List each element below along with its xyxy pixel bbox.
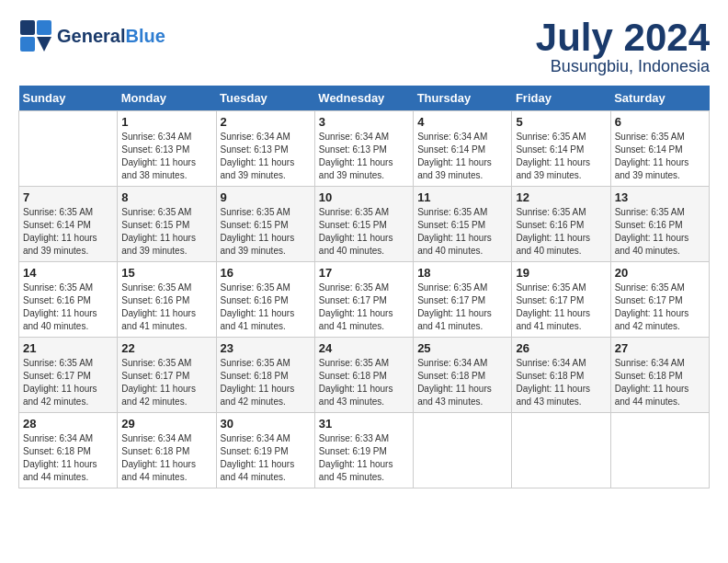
page-header: GeneralBlue July 2024 Busungbiu, Indones…: [18, 18, 710, 76]
calendar-cell: 9Sunrise: 6:35 AM Sunset: 6:15 PM Daylig…: [216, 187, 314, 262]
cell-info: Sunrise: 6:34 AM Sunset: 6:13 PM Dayligh…: [319, 131, 409, 182]
svg-marker-3: [37, 37, 51, 52]
header-cell-tuesday: Tuesday: [216, 86, 314, 111]
cell-info: Sunrise: 6:35 AM Sunset: 6:17 PM Dayligh…: [615, 282, 705, 333]
cell-info: Sunrise: 6:35 AM Sunset: 6:16 PM Dayligh…: [23, 282, 113, 333]
day-number: 25: [417, 341, 507, 355]
cell-info: Sunrise: 6:34 AM Sunset: 6:18 PM Dayligh…: [516, 357, 606, 408]
svg-rect-2: [20, 37, 35, 52]
cell-info: Sunrise: 6:33 AM Sunset: 6:19 PM Dayligh…: [319, 432, 409, 484]
day-number: 8: [121, 190, 211, 204]
day-number: 17: [319, 266, 409, 280]
calendar-cell: 21Sunrise: 6:35 AM Sunset: 6:17 PM Dayli…: [19, 338, 118, 413]
cell-info: Sunrise: 6:35 AM Sunset: 6:16 PM Dayligh…: [516, 206, 606, 258]
calendar-cell: 1Sunrise: 6:34 AM Sunset: 6:13 PM Daylig…: [118, 111, 216, 187]
cell-info: Sunrise: 6:35 AM Sunset: 6:16 PM Dayligh…: [121, 282, 211, 333]
header-cell-thursday: Thursday: [414, 86, 512, 111]
header-cell-wednesday: Wednesday: [314, 86, 413, 111]
calendar-cell: 17Sunrise: 6:35 AM Sunset: 6:17 PM Dayli…: [314, 262, 413, 338]
calendar-header: SundayMondayTuesdayWednesdayThursdayFrid…: [19, 86, 710, 111]
day-number: 27: [615, 341, 705, 355]
month-title: July 2024: [536, 18, 710, 57]
day-number: 18: [417, 266, 507, 280]
calendar-cell: 16Sunrise: 6:35 AM Sunset: 6:16 PM Dayli…: [216, 262, 314, 338]
day-number: 31: [319, 417, 409, 431]
cell-info: Sunrise: 6:34 AM Sunset: 6:18 PM Dayligh…: [23, 432, 113, 484]
day-number: 3: [319, 115, 409, 129]
week-row-1: 1Sunrise: 6:34 AM Sunset: 6:13 PM Daylig…: [19, 111, 710, 187]
calendar-cell: 3Sunrise: 6:34 AM Sunset: 6:13 PM Daylig…: [314, 111, 413, 187]
day-number: 30: [221, 417, 311, 431]
calendar-cell: 12Sunrise: 6:35 AM Sunset: 6:16 PM Dayli…: [512, 187, 610, 262]
logo-icon: [18, 18, 53, 53]
cell-info: Sunrise: 6:35 AM Sunset: 6:14 PM Dayligh…: [615, 131, 705, 182]
calendar-cell: 4Sunrise: 6:34 AM Sunset: 6:14 PM Daylig…: [414, 111, 512, 187]
cell-info: Sunrise: 6:34 AM Sunset: 6:19 PM Dayligh…: [221, 432, 311, 484]
calendar-cell: 31Sunrise: 6:33 AM Sunset: 6:19 PM Dayli…: [314, 413, 413, 488]
day-number: 4: [417, 115, 507, 129]
header-cell-sunday: Sunday: [19, 86, 118, 111]
calendar-cell: 11Sunrise: 6:35 AM Sunset: 6:15 PM Dayli…: [414, 187, 512, 262]
week-row-4: 21Sunrise: 6:35 AM Sunset: 6:17 PM Dayli…: [19, 338, 710, 413]
calendar-cell: 5Sunrise: 6:35 AM Sunset: 6:14 PM Daylig…: [512, 111, 610, 187]
cell-info: Sunrise: 6:35 AM Sunset: 6:14 PM Dayligh…: [516, 131, 606, 182]
day-number: 23: [221, 341, 311, 355]
calendar-cell: 22Sunrise: 6:35 AM Sunset: 6:17 PM Dayli…: [118, 338, 216, 413]
cell-info: Sunrise: 6:35 AM Sunset: 6:18 PM Dayligh…: [319, 357, 409, 408]
day-number: 29: [121, 417, 211, 431]
cell-info: Sunrise: 6:35 AM Sunset: 6:14 PM Dayligh…: [23, 206, 113, 258]
cell-info: Sunrise: 6:35 AM Sunset: 6:16 PM Dayligh…: [615, 206, 705, 258]
day-number: 13: [615, 190, 705, 204]
cell-info: Sunrise: 6:34 AM Sunset: 6:14 PM Dayligh…: [417, 131, 507, 182]
calendar-cell: 8Sunrise: 6:35 AM Sunset: 6:15 PM Daylig…: [118, 187, 216, 262]
cell-info: Sunrise: 6:35 AM Sunset: 6:16 PM Dayligh…: [221, 282, 311, 333]
calendar-cell: 28Sunrise: 6:34 AM Sunset: 6:18 PM Dayli…: [19, 413, 118, 488]
location-subtitle: Busungbiu, Indonesia: [536, 57, 710, 76]
cell-info: Sunrise: 6:34 AM Sunset: 6:13 PM Dayligh…: [121, 131, 211, 182]
cell-info: Sunrise: 6:35 AM Sunset: 6:18 PM Dayligh…: [221, 357, 311, 408]
week-row-2: 7Sunrise: 6:35 AM Sunset: 6:14 PM Daylig…: [19, 187, 710, 262]
calendar-cell: [414, 413, 512, 488]
cell-info: Sunrise: 6:35 AM Sunset: 6:17 PM Dayligh…: [417, 282, 507, 333]
cell-info: Sunrise: 6:35 AM Sunset: 6:15 PM Dayligh…: [417, 206, 507, 258]
calendar-cell: [610, 413, 709, 488]
calendar-cell: 15Sunrise: 6:35 AM Sunset: 6:16 PM Dayli…: [118, 262, 216, 338]
day-number: 11: [417, 190, 507, 204]
calendar-cell: 13Sunrise: 6:35 AM Sunset: 6:16 PM Dayli…: [610, 187, 709, 262]
cell-info: Sunrise: 6:35 AM Sunset: 6:15 PM Dayligh…: [221, 206, 311, 258]
calendar-cell: 19Sunrise: 6:35 AM Sunset: 6:17 PM Dayli…: [512, 262, 610, 338]
logo: GeneralBlue: [18, 18, 165, 53]
header-cell-saturday: Saturday: [610, 86, 709, 111]
cell-info: Sunrise: 6:35 AM Sunset: 6:17 PM Dayligh…: [23, 357, 113, 408]
calendar-cell: 20Sunrise: 6:35 AM Sunset: 6:17 PM Dayli…: [610, 262, 709, 338]
calendar-cell: 7Sunrise: 6:35 AM Sunset: 6:14 PM Daylig…: [19, 187, 118, 262]
calendar-cell: 2Sunrise: 6:34 AM Sunset: 6:13 PM Daylig…: [216, 111, 314, 187]
day-number: 14: [23, 266, 113, 280]
day-number: 19: [516, 266, 606, 280]
calendar-body: 1Sunrise: 6:34 AM Sunset: 6:13 PM Daylig…: [19, 111, 710, 488]
calendar-cell: 30Sunrise: 6:34 AM Sunset: 6:19 PM Dayli…: [216, 413, 314, 488]
calendar-cell: [512, 413, 610, 488]
day-number: 28: [23, 417, 113, 431]
week-row-3: 14Sunrise: 6:35 AM Sunset: 6:16 PM Dayli…: [19, 262, 710, 338]
day-number: 20: [615, 266, 705, 280]
svg-rect-0: [20, 20, 35, 35]
calendar-cell: 29Sunrise: 6:34 AM Sunset: 6:18 PM Dayli…: [118, 413, 216, 488]
cell-info: Sunrise: 6:35 AM Sunset: 6:15 PM Dayligh…: [121, 206, 211, 258]
calendar-cell: 14Sunrise: 6:35 AM Sunset: 6:16 PM Dayli…: [19, 262, 118, 338]
logo-general: General: [57, 26, 125, 46]
day-number: 16: [221, 266, 311, 280]
svg-rect-1: [37, 20, 51, 35]
day-number: 15: [121, 266, 211, 280]
calendar-cell: [19, 111, 118, 187]
day-number: 6: [615, 115, 705, 129]
day-number: 22: [121, 341, 211, 355]
calendar-cell: 6Sunrise: 6:35 AM Sunset: 6:14 PM Daylig…: [610, 111, 709, 187]
calendar-cell: 10Sunrise: 6:35 AM Sunset: 6:15 PM Dayli…: [314, 187, 413, 262]
day-number: 12: [516, 190, 606, 204]
cell-info: Sunrise: 6:34 AM Sunset: 6:13 PM Dayligh…: [221, 131, 311, 182]
calendar-table: SundayMondayTuesdayWednesdayThursdayFrid…: [18, 86, 710, 488]
calendar-cell: 24Sunrise: 6:35 AM Sunset: 6:18 PM Dayli…: [314, 338, 413, 413]
week-row-5: 28Sunrise: 6:34 AM Sunset: 6:18 PM Dayli…: [19, 413, 710, 488]
calendar-cell: 23Sunrise: 6:35 AM Sunset: 6:18 PM Dayli…: [216, 338, 314, 413]
